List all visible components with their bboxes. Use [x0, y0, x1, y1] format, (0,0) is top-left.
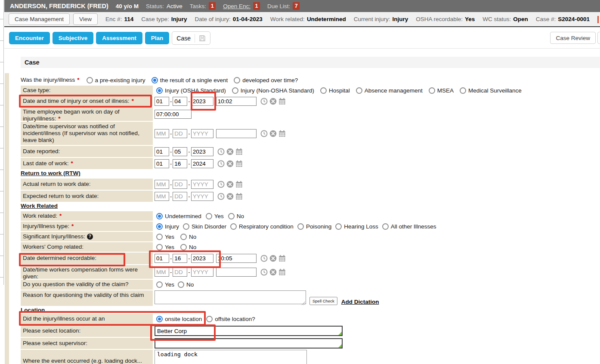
datetime-icons[interactable] [217, 148, 243, 155]
time-input[interactable] [216, 129, 257, 138]
radio-developed-over-time[interactable]: developed over time? [234, 77, 298, 83]
spell-check-button[interactable]: Spell Check [309, 297, 337, 305]
radio-hearing-loss[interactable]: Hearing Loss [335, 223, 378, 230]
validity-reason-textarea[interactable] [155, 290, 306, 304]
radio-msea[interactable]: MSEA [429, 87, 454, 94]
tab-encounter[interactable]: Encounter [9, 32, 50, 44]
radio-respiratory-condition[interactable]: Respiratory condition [230, 223, 294, 230]
year-input[interactable] [191, 268, 213, 277]
datetime-icons[interactable] [260, 268, 286, 276]
radio-undetermined[interactable]: Undetermined [156, 213, 201, 219]
calendar-icon[interactable] [235, 160, 243, 167]
radio-medical-surveillance[interactable]: Medical Surveillance [460, 87, 522, 94]
open-enc-count-badge[interactable]: 1 [253, 2, 260, 10]
year-input[interactable] [191, 159, 213, 168]
datetime-icons[interactable] [217, 160, 243, 167]
supervisor-input[interactable] [155, 339, 342, 348]
radio-onsite-location[interactable]: onsite location [156, 316, 202, 322]
year-input[interactable] [191, 180, 213, 189]
radio-yes[interactable]: Yes [206, 213, 224, 219]
radio-no[interactable]: No [180, 244, 196, 250]
radio-skin-disorder[interactable]: Skin Disorder [183, 223, 226, 230]
location-input[interactable] [155, 327, 342, 335]
tab-plan[interactable]: Plan [145, 32, 170, 44]
radio-poisoning[interactable]: Poisoning [297, 223, 331, 230]
radio-single-event[interactable]: the result of a single event [152, 77, 228, 83]
month-input[interactable] [155, 159, 169, 168]
help-icon[interactable]: ? [87, 234, 93, 240]
clear-icon[interactable] [226, 193, 234, 200]
month-input[interactable] [155, 97, 169, 106]
radio-injury-osha[interactable]: Injury (OSHA Standard) [156, 87, 226, 94]
calendar-icon[interactable] [235, 193, 243, 200]
day-input[interactable] [173, 159, 187, 168]
calendar-icon[interactable] [278, 255, 286, 262]
calendar-icon[interactable] [235, 181, 243, 188]
clear-icon[interactable] [226, 160, 234, 167]
clock-icon[interactable] [217, 193, 225, 200]
clock-icon[interactable] [260, 130, 268, 137]
partial-button-edge[interactable] [597, 32, 600, 44]
radio-yes[interactable]: Yes [156, 234, 174, 240]
open-enc-link[interactable]: Open Enc: [223, 3, 251, 9]
radio-all-other-illnesses[interactable]: All other Illnesses [382, 223, 436, 230]
view-button[interactable]: View [73, 13, 98, 25]
datetime-icons[interactable] [260, 130, 286, 137]
calendar-icon[interactable] [235, 148, 243, 155]
radio-offsite-location[interactable]: offsite location? [206, 316, 255, 322]
radio-absence-management[interactable]: Absence management [356, 87, 423, 94]
month-input[interactable] [155, 129, 169, 138]
month-input[interactable] [155, 268, 169, 277]
month-input[interactable] [155, 254, 169, 263]
clear-icon[interactable] [226, 181, 234, 188]
day-input[interactable] [173, 254, 187, 263]
radio-yes[interactable]: Yes [156, 281, 174, 288]
radio-no[interactable]: No [178, 281, 194, 288]
month-input[interactable] [155, 147, 169, 156]
datetime-icons[interactable] [217, 181, 243, 188]
day-input[interactable] [173, 192, 187, 201]
clear-icon[interactable] [269, 130, 277, 137]
datetime-icons[interactable] [260, 255, 286, 262]
where-occurred-textarea[interactable]: loading dock [155, 350, 307, 364]
save-icon[interactable] [199, 35, 206, 42]
calendar-icon[interactable] [278, 130, 286, 137]
case-review-button[interactable]: Case Review [550, 32, 596, 44]
month-input[interactable] [155, 180, 169, 189]
calendar-icon[interactable] [278, 98, 286, 105]
radio-injury-non-osha[interactable]: Injury (Non-OSHA Standard) [232, 87, 314, 94]
year-input[interactable] [191, 97, 213, 106]
clear-icon[interactable] [269, 268, 277, 276]
time-input[interactable] [216, 97, 257, 106]
time-input[interactable] [216, 254, 257, 263]
began-work-time-input[interactable] [155, 110, 192, 119]
time-input[interactable] [216, 268, 257, 277]
day-input[interactable] [173, 180, 187, 189]
add-dictation-link[interactable]: Add Dictation [341, 299, 379, 305]
year-input[interactable] [191, 147, 213, 156]
clock-icon[interactable] [217, 148, 225, 155]
radio-yes[interactable]: Yes [156, 244, 174, 250]
year-input[interactable] [191, 254, 213, 263]
day-input[interactable] [173, 268, 187, 277]
calendar-icon[interactable] [278, 268, 286, 276]
datetime-icons[interactable] [217, 193, 243, 200]
clock-icon[interactable] [217, 160, 225, 167]
clock-icon[interactable] [260, 268, 268, 276]
clear-icon[interactable] [226, 148, 234, 155]
tasks-count-badge[interactable]: 1 [209, 2, 216, 10]
clock-icon[interactable] [260, 98, 268, 105]
radio-no[interactable]: No [228, 213, 244, 219]
year-input[interactable] [191, 129, 213, 138]
datetime-icons[interactable] [260, 98, 286, 105]
clock-icon[interactable] [260, 255, 268, 262]
day-input[interactable] [173, 147, 187, 156]
due-list-count-badge[interactable]: 7 [293, 2, 300, 10]
case-management-button[interactable]: Case Management [9, 13, 70, 25]
day-input[interactable] [173, 97, 187, 106]
radio-hospital[interactable]: Hospital [320, 87, 350, 94]
radio-pre-existing-injury[interactable]: a pre-existing injury [87, 77, 145, 83]
clear-icon[interactable] [269, 255, 277, 262]
month-input[interactable] [155, 192, 169, 201]
day-input[interactable] [173, 129, 187, 138]
